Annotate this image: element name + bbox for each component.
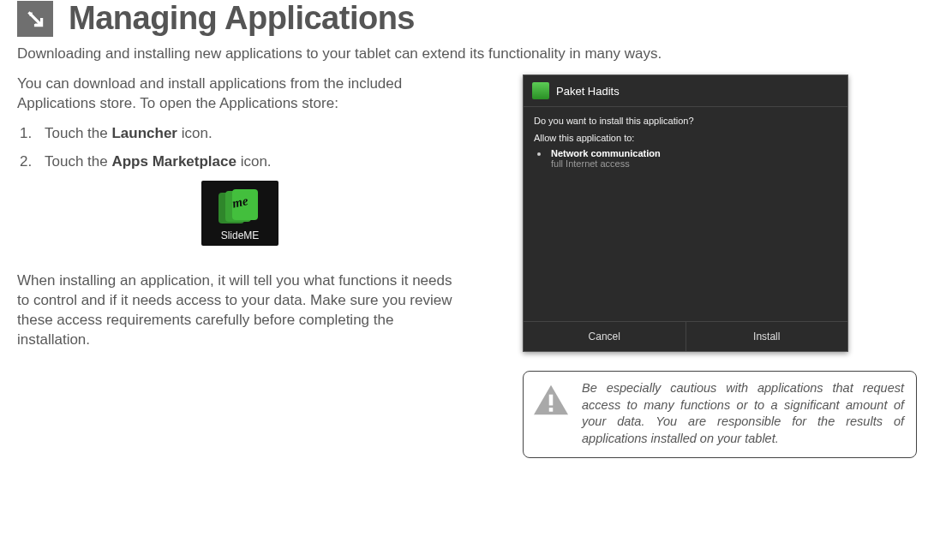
page-title: Managing Applications: [69, 0, 415, 37]
cancel-button[interactable]: Cancel: [524, 322, 686, 351]
bullet-icon: [537, 152, 541, 156]
dialog-allow-label: Allow this application to:: [534, 133, 837, 143]
slideme-script: me: [231, 192, 249, 212]
dialog-question: Do you want to install this application?: [534, 116, 837, 126]
step-1: Touch the Launcher icon.: [36, 124, 463, 144]
section-arrow-icon: [17, 1, 53, 37]
svg-rect-0: [549, 395, 554, 406]
dialog-app-title: Paket Hadits: [556, 85, 620, 98]
app-icon: [532, 82, 549, 99]
permission-subtitle: full Internet access: [551, 158, 661, 169]
install-button[interactable]: Install: [686, 322, 848, 351]
open-store-text: You can download and install application…: [17, 74, 463, 114]
step-2: Touch the Apps Marketplace icon.: [36, 152, 463, 172]
warning-text: Be especially cautious with applications…: [582, 380, 904, 447]
slideme-label: SlideME: [217, 229, 263, 242]
review-perms-text: When installing an application, it will …: [17, 271, 463, 350]
intro-text: Downloading and installing new applicati…: [17, 45, 917, 63]
warning-callout: Be especially cautious with applications…: [523, 371, 917, 458]
warning-triangle-icon: [532, 384, 570, 418]
permission-title: Network communication: [551, 148, 661, 158]
android-install-dialog: Paket Hadits Do you want to install this…: [523, 74, 848, 352]
svg-rect-1: [549, 408, 554, 412]
slideme-app-icon: me SlideME: [201, 181, 278, 246]
